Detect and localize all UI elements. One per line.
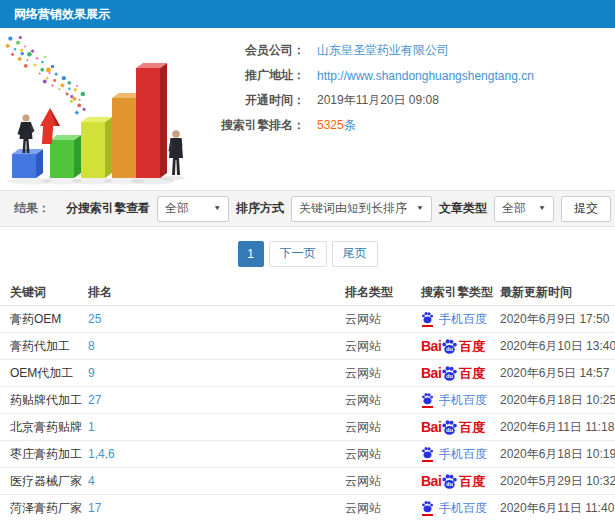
- keyword-cell: 北京膏药贴牌: [10, 419, 88, 436]
- baidu-logo: Bai du 百度: [421, 473, 485, 490]
- header-updated: 最新更新时间: [500, 284, 615, 301]
- sort-select[interactable]: 关键词由短到长排序 ▼: [291, 196, 432, 222]
- filter-bar: 结果： 分搜索引擎查看 全部 ▼ 排序方式 关键词由短到长排序 ▼ 文章类型 全…: [0, 190, 615, 227]
- rank-count-unit: 条: [344, 118, 356, 132]
- chevron-down-icon: ▼: [538, 205, 546, 212]
- keyword-cell: 膏药代加工: [10, 338, 88, 355]
- rank-type-cell: 云网站: [345, 392, 421, 409]
- rank-link[interactable]: 9: [88, 366, 95, 380]
- sort-select-value: 关键词由短到长排序: [299, 200, 407, 217]
- keyword-cell: 药贴牌代加工: [10, 392, 88, 409]
- mobile-baidu-underline: [422, 514, 433, 516]
- updated-cell: 2020年5月29日 10:32: [500, 473, 615, 490]
- mobile-baidu-underline: [422, 325, 433, 327]
- updated-cell: 2020年6月5日 14:57: [500, 365, 615, 382]
- open-time-value: 2019年11月20日 09:08: [317, 92, 439, 109]
- baidu-logo: Bai du 百度: [421, 365, 485, 382]
- engine-select[interactable]: 全部 ▼: [157, 196, 229, 222]
- table-header-row: 关键词 排名 排名类型 搜索引擎类型 最新更新时间: [0, 280, 615, 306]
- rank-count-number: 5325: [317, 118, 344, 132]
- table-row: 枣庄膏药加工 1,4,6 云网站 手机百度 2020年6月18日 10:19: [0, 441, 615, 468]
- baidu-paw-icon: du: [441, 365, 458, 382]
- info-row-open-time: 开通时间： 2019年11月20日 09:08: [195, 88, 615, 113]
- mobile-baidu-logo: 手机百度: [421, 500, 487, 517]
- rank-type-cell: 云网站: [345, 419, 421, 436]
- rank-count-value[interactable]: 5325条: [317, 117, 356, 134]
- info-row-rank-count: 搜索引擎排名： 5325条: [195, 113, 615, 138]
- results-table: 关键词 排名 排名类型 搜索引擎类型 最新更新时间 膏药OEM 25 云网站 手…: [0, 280, 615, 520]
- rank-link[interactable]: 17: [88, 501, 101, 515]
- baidu-paw-icon: du: [441, 473, 458, 490]
- company-link[interactable]: 山东皇圣堂药业有限公司: [317, 42, 449, 59]
- rank-type-cell: 云网站: [345, 446, 421, 463]
- baidu-paw-icon: du: [441, 338, 458, 355]
- article-type-label: 文章类型: [439, 200, 487, 217]
- rank-count-label: 搜索引擎排名：: [195, 117, 305, 134]
- svg-text:du: du: [446, 427, 453, 433]
- bar-green: [50, 135, 81, 178]
- updated-cell: 2020年6月9日 17:50: [500, 311, 615, 328]
- page-button-last[interactable]: 尾页: [332, 241, 378, 267]
- keyword-cell: 医疗器械厂家: [10, 473, 88, 490]
- growth-chart-graphic: [0, 28, 195, 190]
- engine-cell: 手机百度: [421, 311, 500, 328]
- rank-link[interactable]: 8: [88, 339, 95, 353]
- rank-link[interactable]: 27: [88, 393, 101, 407]
- engine-filter-label: 分搜索引擎查看: [66, 200, 150, 217]
- rank-link[interactable]: 4: [88, 474, 95, 488]
- engine-cell: Bai du 百度: [421, 338, 500, 355]
- table-row: 医疗器械厂家 4 云网站 Bai du 百度 2020年5月29日 10:32: [0, 468, 615, 495]
- engine-cell: Bai du 百度: [421, 365, 500, 382]
- updated-cell: 2020年6月11日 11:40: [500, 500, 615, 517]
- article-type-select[interactable]: 全部 ▼: [494, 196, 554, 222]
- businessman-left: [18, 114, 35, 153]
- page-button-current[interactable]: 1: [238, 241, 264, 267]
- bar-yellow: [81, 117, 112, 178]
- chevron-down-icon: ▼: [213, 205, 221, 212]
- mobile-baidu-logo: 手机百度: [421, 311, 487, 328]
- keyword-cell: 菏泽膏药厂家: [10, 500, 88, 517]
- info-row-company: 会员公司： 山东皇圣堂药业有限公司: [195, 38, 615, 63]
- rank-type-cell: 云网站: [345, 311, 421, 328]
- svg-text:du: du: [446, 481, 453, 487]
- updated-cell: 2020年6月18日 10:25: [500, 392, 615, 409]
- info-section: 会员公司： 山东皇圣堂药业有限公司 推广地址： http://www.shand…: [0, 28, 615, 190]
- rank-type-cell: 云网站: [345, 500, 421, 517]
- baidu-logo: Bai du 百度: [421, 419, 485, 436]
- baidu-paw-icon: [421, 500, 434, 513]
- rank-type-cell: 云网站: [345, 365, 421, 382]
- rank-link[interactable]: 1: [88, 420, 95, 434]
- updated-cell: 2020年6月10日 13:40: [500, 338, 615, 355]
- mobile-baidu-underline: [422, 460, 433, 462]
- updated-cell: 2020年6月18日 10:19: [500, 446, 615, 463]
- page-button-next[interactable]: 下一页: [269, 241, 327, 267]
- keyword-cell: 膏药OEM: [10, 311, 88, 328]
- sort-label: 排序方式: [236, 200, 284, 217]
- baidu-paw-icon: [421, 446, 434, 459]
- pagination: 1 下一页 尾页: [0, 227, 615, 280]
- table-row: OEM代加工 9 云网站 Bai du 百度 2020年6月5日 14:57: [0, 360, 615, 387]
- article-type-select-value: 全部: [502, 200, 526, 217]
- mobile-baidu-logo: 手机百度: [421, 392, 487, 409]
- bar-blue: [12, 149, 43, 178]
- engine-cell: 手机百度: [421, 446, 500, 463]
- company-label: 会员公司：: [195, 42, 305, 59]
- chevron-down-icon: ▼: [416, 205, 424, 212]
- rank-link[interactable]: 1,4,6: [88, 447, 115, 461]
- rank-link[interactable]: 25: [88, 312, 101, 326]
- promo-url-label: 推广地址：: [195, 67, 305, 84]
- header-engine-type: 搜索引擎类型: [421, 284, 500, 301]
- confetti-decoration: [5, 36, 85, 115]
- businessman-right: [169, 130, 184, 175]
- info-row-url: 推广地址： http://www.shandonghuangshengtang.…: [195, 63, 615, 88]
- mobile-baidu-logo: 手机百度: [421, 446, 487, 463]
- svg-text:du: du: [446, 373, 453, 379]
- submit-button[interactable]: 提交: [561, 196, 611, 222]
- growth-chart-svg: [0, 28, 195, 190]
- rank-type-cell: 云网站: [345, 473, 421, 490]
- promo-url-link[interactable]: http://www.shandonghuangshengtang.cn: [317, 69, 534, 83]
- table-row: 菏泽膏药厂家 17 云网站 手机百度 2020年6月11日 11:40: [0, 495, 615, 520]
- filter-controls: 分搜索引擎查看 全部 ▼ 排序方式 关键词由短到长排序 ▼ 文章类型 全部 ▼ …: [66, 196, 611, 222]
- baidu-paw-icon: du: [441, 419, 458, 436]
- engine-cell: 手机百度: [421, 500, 500, 517]
